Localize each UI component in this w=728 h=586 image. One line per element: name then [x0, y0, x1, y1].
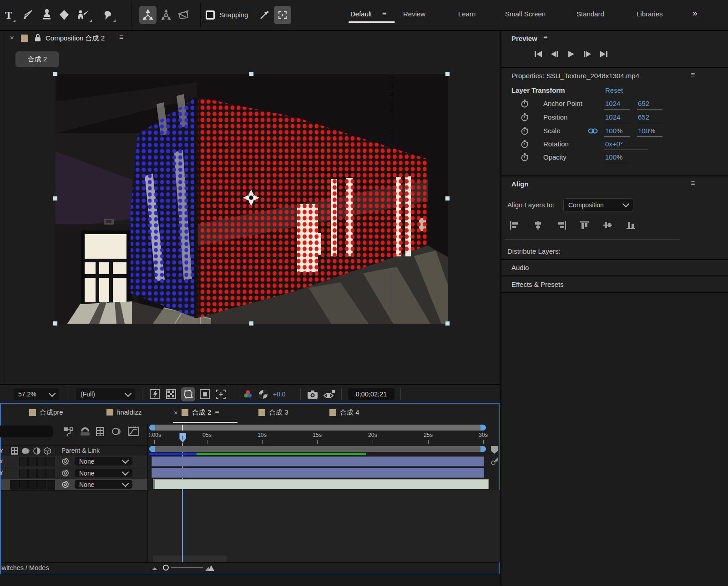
panel-menu-icon[interactable]: ≡ — [119, 33, 123, 41]
selection-handle[interactable] — [445, 321, 450, 326]
align-right-button[interactable] — [556, 221, 566, 230]
pickwhip-icon[interactable] — [61, 469, 70, 477]
transparency-grid-button[interactable] — [166, 389, 177, 400]
align-target-dropdown[interactable]: Composition — [563, 198, 633, 211]
align-horizontal-center-button[interactable] — [533, 221, 543, 230]
anchor-point-x-value[interactable]: 1024 — [605, 100, 620, 107]
time-ruler[interactable]: 0:00s 05s 10s 15s 20s 25s 30s — [149, 432, 500, 445]
timeline-search-input[interactable] — [0, 426, 53, 437]
align-vertical-center-button[interactable] — [602, 221, 613, 230]
snapshot-button[interactable] — [307, 389, 318, 400]
resolution-dropdown[interactable]: (Full) — [76, 388, 135, 400]
work-area-bar[interactable] — [149, 446, 486, 452]
selection-handle[interactable] — [445, 196, 450, 201]
roto-brush-tool-button[interactable] — [73, 6, 94, 24]
previous-frame-button[interactable] — [549, 49, 561, 59]
play-button[interactable] — [565, 49, 577, 59]
comp-view-tab[interactable]: 合成 2 — [15, 51, 59, 67]
position-x-value[interactable]: 1024 — [605, 113, 620, 121]
layer-row-1[interactable]: fx None — [1, 456, 147, 467]
scale-x-value[interactable]: 100% — [605, 127, 622, 135]
fast-previews-button[interactable] — [149, 389, 161, 400]
stopwatch-icon[interactable] — [521, 113, 529, 122]
layer-switch[interactable] — [46, 469, 55, 478]
panel-close-button[interactable]: × — [10, 34, 14, 41]
snap-options-button[interactable] — [256, 6, 273, 24]
stopwatch-icon[interactable] — [521, 99, 529, 108]
panel-title[interactable]: Composition 合成 2 — [46, 34, 105, 43]
brush-tool-button[interactable] — [19, 6, 36, 24]
pickwhip-icon[interactable] — [61, 480, 70, 489]
reset-link[interactable]: Reset — [605, 86, 623, 94]
layer-switch[interactable] — [19, 457, 28, 466]
axis-local-button[interactable] — [139, 6, 157, 24]
align-bottom-button[interactable] — [626, 221, 636, 230]
layer-switch[interactable] — [37, 457, 46, 466]
anchor-point-y-value[interactable]: 652 — [638, 100, 649, 107]
tab-close-button[interactable]: × — [174, 409, 178, 416]
horizontal-scrollbar-thumb[interactable] — [153, 556, 227, 562]
timeline-zoom-knob[interactable] — [163, 565, 169, 571]
layer-switch[interactable] — [10, 480, 19, 490]
playhead-marker[interactable] — [179, 432, 187, 443]
workspace-tab-small-screen[interactable]: Small Screen — [505, 10, 546, 18]
snap-bounds-button[interactable] — [274, 6, 291, 24]
show-snapshot-button[interactable] — [323, 389, 336, 400]
timeline-tab-finaldizz[interactable]: finaldizz — [106, 408, 142, 416]
last-frame-button[interactable] — [598, 49, 610, 59]
zoom-in-mountain-icon[interactable] — [205, 565, 215, 571]
layer-switch[interactable] — [46, 457, 55, 466]
align-top-button[interactable] — [579, 221, 590, 230]
layer-switch[interactable] — [28, 480, 37, 490]
composition-viewport[interactable] — [56, 74, 448, 324]
align-menu-icon[interactable]: ≡ — [691, 179, 695, 187]
magnification-dropdown[interactable]: 57.2% — [14, 388, 59, 400]
effects-presets-panel-title[interactable]: Effects & Presets — [511, 280, 564, 288]
stopwatch-icon[interactable] — [521, 153, 529, 162]
selection-handle[interactable] — [445, 71, 450, 76]
workspace-overflow-chevron[interactable]: » — [693, 8, 698, 18]
layer-switch[interactable] — [19, 469, 28, 478]
comp-marker-bin-icon[interactable] — [490, 446, 498, 454]
layer-row-2[interactable]: fx None — [1, 467, 147, 479]
audio-panel-title[interactable]: Audio — [511, 264, 529, 271]
timeline-zoom-track[interactable] — [171, 567, 203, 568]
timeline-tab-comp-4[interactable]: 合成 4 — [329, 408, 359, 417]
mask-visibility-button[interactable] — [181, 387, 195, 401]
exposure-value[interactable]: +0.0 — [273, 391, 286, 398]
align-left-button[interactable] — [510, 221, 520, 230]
layer-bar-3-selected[interactable] — [153, 479, 489, 489]
rotation-value[interactable]: 0x+0° — [605, 140, 623, 148]
preview-menu-icon[interactable]: ≡ — [543, 34, 547, 42]
tab-menu-icon[interactable]: ≡ — [215, 409, 219, 417]
selection-handle[interactable] — [53, 71, 58, 76]
fx-badge[interactable]: fx — [0, 457, 3, 465]
axis-view-button[interactable] — [175, 6, 192, 24]
switches-modes-toggle[interactable]: Switches / Modes — [1, 564, 49, 571]
pickwhip-icon[interactable] — [61, 457, 70, 466]
comp-mini-flowchart-icon[interactable] — [64, 426, 75, 436]
layer-transform-group[interactable]: Layer Transform — [511, 86, 565, 94]
fx-badge[interactable]: fx — [0, 469, 3, 476]
parent-dropdown[interactable]: None — [75, 457, 132, 466]
selection-handle[interactable] — [53, 196, 58, 201]
eraser-tool-button[interactable] — [56, 6, 73, 24]
workspace-tab-standard[interactable]: Standard — [576, 10, 604, 18]
first-frame-button[interactable] — [532, 49, 544, 59]
quality-icon[interactable] — [490, 457, 499, 466]
timeline-navigator[interactable] — [149, 425, 486, 431]
workspace-tab-default[interactable]: Default — [350, 10, 372, 18]
snapping-checkbox[interactable] — [206, 10, 215, 20]
timeline-tab-comp-pre[interactable]: 合成pre — [29, 408, 63, 417]
link-dimensions-icon[interactable] — [588, 128, 598, 134]
type-tool-button[interactable]: T — [0, 6, 17, 24]
stamp-tool-button[interactable] — [38, 6, 56, 24]
axis-world-button[interactable] — [157, 6, 175, 24]
properties-menu-icon[interactable]: ≡ — [691, 71, 695, 79]
workspace-tab-review[interactable]: Review — [403, 10, 425, 18]
layer-switch[interactable] — [37, 469, 46, 478]
next-frame-button[interactable] — [581, 49, 593, 59]
layer-switch[interactable] — [46, 480, 55, 490]
workspace-tab-libraries[interactable]: Libraries — [637, 10, 663, 18]
properties-panel-title[interactable]: Properties: SSU_Texture_2048x1304.mp4 — [511, 72, 639, 80]
